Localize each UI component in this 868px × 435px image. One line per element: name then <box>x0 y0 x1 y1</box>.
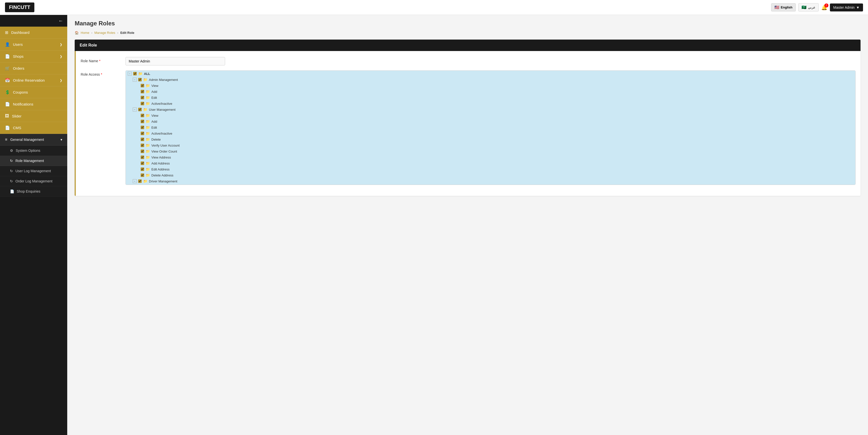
tree-label-user-mgmt: User Management <box>149 108 176 111</box>
folder-icon-admin-view: 📁 <box>146 83 150 88</box>
folder-icon-user-add-addr: 📁 <box>146 161 150 165</box>
cms-icon: 📄 <box>5 126 10 130</box>
tree-label-user-active: Active/Inactive <box>151 132 172 135</box>
admin-menu-button[interactable]: Master Admin ▼ <box>830 3 863 11</box>
slider-icon: 🖼 <box>5 114 9 118</box>
users-icon: 👤 <box>5 42 10 47</box>
folder-icon-admin-active: 📁 <box>146 102 150 105</box>
tree-checkbox-user-del-addr[interactable] <box>141 173 144 177</box>
role-name-label: Role Name * <box>81 57 121 63</box>
card-header: Edit Role <box>75 40 861 51</box>
tree-checkbox-user-add[interactable] <box>141 120 144 123</box>
tree-node-all: − 📁 ALL <box>126 71 855 77</box>
sidebar-item-user-log-management[interactable]: ↻ User Log Management <box>0 166 67 176</box>
sidebar-item-coupons-label: Coupons <box>13 90 28 94</box>
sidebar-item-users[interactable]: 👤 Users ❯ <box>0 39 67 51</box>
tree-checkbox-user-view[interactable] <box>141 114 144 117</box>
sidebar-item-order-log-management[interactable]: ↻ Order Log Management <box>0 176 67 187</box>
order-log-icon: ↻ <box>10 179 13 183</box>
tree-checkbox-user-verify[interactable] <box>141 143 144 147</box>
sidebar-item-online-reservation[interactable]: 📅 Online Reservation ❯ <box>0 74 67 86</box>
tree-checkbox-admin-add[interactable] <box>141 90 144 93</box>
tree-label-user-del-addr: Delete Address <box>151 173 173 177</box>
sidebar-item-cms[interactable]: 📄 CMS <box>0 122 67 134</box>
folder-icon-user-verify: 📁 <box>146 143 150 147</box>
sidebar-item-role-management[interactable]: ↻ Role Management <box>0 156 67 166</box>
sidebar-item-online-reservation-label: Online Reservation <box>13 78 45 82</box>
sidebar-item-notifications-label: Notifications <box>13 102 33 106</box>
tree-checkbox-user-edit-addr[interactable] <box>141 167 144 171</box>
notification-badge: 2 <box>825 3 829 7</box>
tree-label-driver-mgmt: Driver Management <box>149 179 177 183</box>
tree-checkbox-admin-view[interactable] <box>141 84 144 87</box>
sidebar-item-coupons[interactable]: 💲 Coupons <box>0 86 67 98</box>
tree-collapse-admin[interactable]: − <box>133 78 137 81</box>
card-body: Role Name * Role Access * − <box>75 51 861 196</box>
general-management-item[interactable]: ≡ General Management ▾ <box>0 134 67 145</box>
sidebar-item-shops[interactable]: 📄 Shops ❯ <box>0 51 67 63</box>
breadcrumb-manage-roles[interactable]: Manage Roles <box>94 31 115 35</box>
tree-checkbox-user-edit[interactable] <box>141 126 144 129</box>
tree-collapse-driver[interactable]: − <box>133 179 137 183</box>
tree-node-admin-mgmt: − 📁 Admin Management <box>126 77 855 82</box>
tree-node-driver-mgmt: − 📁 Driver Management <box>126 178 855 184</box>
sidebar-item-orders-label: Orders <box>13 66 24 70</box>
tree-checkbox-user-mgmt[interactable] <box>138 108 142 111</box>
tree-label-admin-view: View <box>151 84 158 88</box>
folder-icon-admin-mgmt: 📁 <box>143 78 147 81</box>
tree-checkbox-admin-mgmt[interactable] <box>138 78 142 81</box>
tree-node-admin-edit: 📁 Edit <box>126 95 855 101</box>
tree-label-admin-edit: Edit <box>151 96 157 100</box>
tree-node-user-view: 📁 View <box>126 112 855 119</box>
sidebar-item-dashboard-label: Dashboard <box>11 30 29 35</box>
tree-label-user-edit-addr: Edit Address <box>151 167 169 171</box>
coupons-icon: 💲 <box>5 90 10 95</box>
notifications-icon: 📄 <box>5 102 10 106</box>
sidebar-toggle-button[interactable]: ← <box>0 15 67 27</box>
tree-node-user-mgmt: − 📁 User Management <box>126 106 855 112</box>
user-log-label: User Log Management <box>16 169 51 173</box>
tree-node-user-edit-addr: 📁 Edit Address <box>126 166 855 172</box>
tree-label-user-edit: Edit <box>151 126 157 129</box>
folder-icon-user-delete: 📁 <box>146 137 150 141</box>
breadcrumb-current: Edit Role <box>120 31 134 35</box>
tree-checkbox-admin-edit[interactable] <box>141 96 144 99</box>
tree-checkbox-driver-mgmt[interactable] <box>138 179 142 183</box>
breadcrumb-icon: 🏠 <box>75 31 79 35</box>
tree-collapse-user[interactable]: − <box>133 107 137 111</box>
sidebar-item-system-options[interactable]: ⚙ System Options <box>0 145 67 156</box>
tree-checkbox-all[interactable] <box>133 72 137 75</box>
sidebar-item-dashboard[interactable]: ⊞ Dashboard <box>0 27 67 39</box>
admin-chevron-icon: ▼ <box>856 5 860 9</box>
tree-checkbox-user-view-addr[interactable] <box>141 156 144 159</box>
sidebar-item-notifications[interactable]: 📄 Notifications <box>0 98 67 110</box>
content-area: Manage Roles 🏠 Home › Manage Roles › Edi… <box>67 15 868 435</box>
tree-checkbox-user-delete[interactable] <box>141 138 144 141</box>
admin-label: Master Admin <box>833 5 855 9</box>
sidebar-item-shops-label: Shops <box>13 54 24 59</box>
tree-checkbox-user-add-addr[interactable] <box>141 162 144 165</box>
tree-checkbox-admin-active[interactable] <box>141 102 144 105</box>
sidebar-item-slider[interactable]: 🖼 Slider <box>0 110 67 122</box>
breadcrumb-home[interactable]: Home <box>81 31 89 35</box>
english-lang-button[interactable]: 🇺🇸 English <box>771 3 796 11</box>
users-chevron-icon: ❯ <box>60 43 62 46</box>
logo: FINCUTT <box>5 2 34 12</box>
tree-checkbox-user-order-count[interactable] <box>141 149 144 153</box>
folder-icon-user-view: 📁 <box>146 113 150 118</box>
tree-node-driver-view: 📁 View <box>126 184 855 185</box>
tree-collapse-all[interactable]: − <box>128 72 132 76</box>
tree-node-admin-view: 📁 View <box>126 82 855 89</box>
arabic-lang-label: عربي <box>808 5 815 9</box>
tree-checkbox-user-active[interactable] <box>141 132 144 135</box>
sidebar-item-orders[interactable]: 🛒 Orders <box>0 63 67 74</box>
notification-button[interactable]: 🔔 2 <box>821 4 828 10</box>
role-name-input[interactable] <box>125 57 225 65</box>
general-management-chevron-icon: ▾ <box>61 138 62 142</box>
tree-label-user-add: Add <box>151 120 157 124</box>
arabic-lang-button[interactable]: 🇸🇦 عربي <box>798 3 819 11</box>
edit-role-card: Edit Role Role Name * Role Access * <box>75 40 861 196</box>
dashboard-icon: ⊞ <box>5 30 8 35</box>
folder-icon-user-mgmt: 📁 <box>143 107 147 111</box>
sidebar-item-shop-enquiries[interactable]: 📄 Shop Enquiries <box>0 187 67 197</box>
